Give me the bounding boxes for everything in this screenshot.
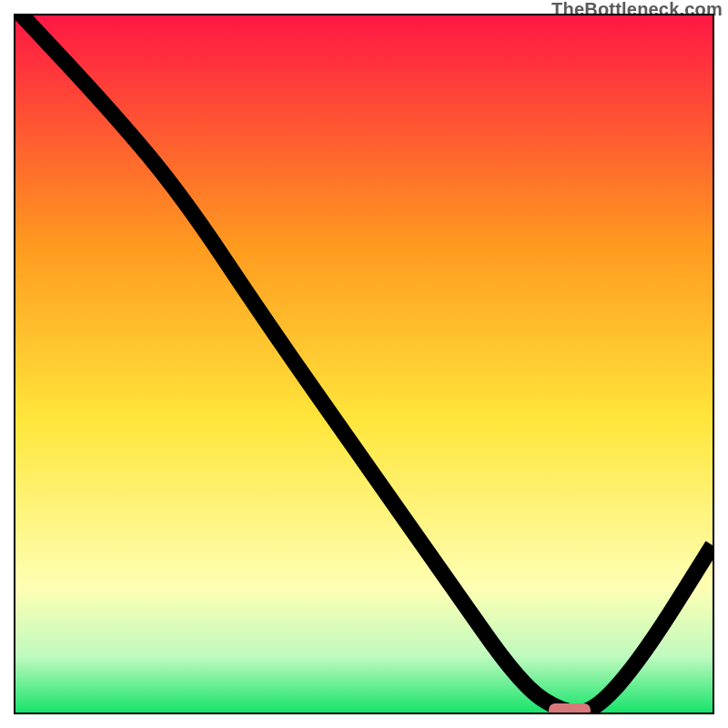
plot-area xyxy=(15,15,713,713)
bottleneck-curve xyxy=(15,15,713,713)
optimal-marker xyxy=(549,703,591,713)
chart-stage: TheBottleneck.com xyxy=(0,0,728,728)
plot-border xyxy=(14,14,714,714)
curve-layer xyxy=(15,15,713,713)
